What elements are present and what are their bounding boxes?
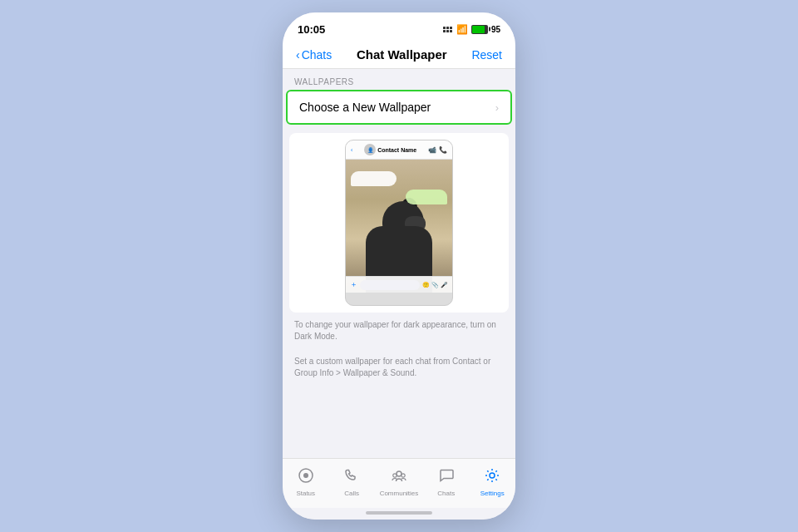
back-button[interactable]: ‹ Chats [296,48,332,62]
status-tab-label: Status [296,490,315,497]
preview-phone-icon: 📞 [439,146,447,154]
svg-point-3 [393,473,397,476]
svg-point-4 [401,473,405,476]
preview-contact: 👤 Contact Name [364,144,416,155]
tab-status[interactable]: Status [288,467,324,497]
preview-mic-icon: 🎤 [441,282,448,288]
communities-tab-icon [391,467,407,488]
tab-calls[interactable]: Calls [333,467,370,497]
svg-point-1 [303,473,308,478]
preview-action-icons: 📹 📞 [428,146,447,154]
wallpaper-preview: ‹ 👤 Contact Name 📹 📞 [289,133,509,313]
preview-attach-icon: 📎 [431,282,439,288]
settings-tab-icon [484,467,500,488]
tab-communities[interactable]: Communities [380,467,419,497]
preview-back-icon: ‹ [351,147,352,153]
tab-chats[interactable]: Chats [428,467,465,497]
preview-avatar: 👤 [364,144,376,155]
preview-mini-phone: ‹ 👤 Contact Name 📹 📞 [345,140,453,306]
preview-inputbar: ＋ 🙂 📎 🎤 [346,276,452,293]
calls-tab-icon [343,467,360,488]
battery-icon [471,25,488,34]
communities-tab-label: Communities [380,490,419,497]
tab-bar: Status Calls Communities [283,458,515,508]
preview-bubble-outgoing [406,190,447,204]
calls-tab-label: Calls [344,490,359,497]
signal-icon [443,27,452,32]
preview-topbar: ‹ 👤 Contact Name 📹 📞 [346,140,452,160]
chats-tab-icon [438,467,455,488]
chevron-left-icon: ‹ [296,48,300,62]
preview-contact-name: Contact Name [377,147,416,153]
wifi-icon: 📶 [456,24,468,35]
battery-percent: 95 [491,25,500,34]
status-icons: 📶 95 [443,24,500,35]
preview-bubble-incoming [351,171,397,186]
preview-bottom-icons: 🙂 📎 🎤 [422,282,448,288]
phone-frame: 10:05 📶 95 ‹ Chats Chat Wallpaper Reset … [283,12,515,520]
preview-add-icon: ＋ [350,279,357,290]
preview-message-input [360,280,420,290]
status-bar: 10:05 📶 95 [283,12,515,42]
svg-point-2 [397,471,401,476]
home-bar [366,511,432,515]
description-custom-wallpaper: Set a custom wallpaper for each chat fro… [283,349,515,386]
preview-video-icon: 📹 [428,146,436,154]
description-dark-mode: To change your wallpaper for dark appear… [283,313,515,349]
page-title: Chat Wallpaper [357,47,447,62]
chevron-right-icon: › [495,101,499,114]
wallpapers-section-label: WALLPAPERS [283,69,515,90]
home-indicator [283,508,515,520]
back-label: Chats [302,48,332,62]
tab-settings[interactable]: Settings [474,467,510,497]
reset-button[interactable]: Reset [471,48,502,62]
choose-wallpaper-label: Choose a New Wallpaper [299,101,431,114]
status-time: 10:05 [298,23,325,36]
settings-tab-label: Settings [480,490,505,497]
content-area: WALLPAPERS Choose a New Wallpaper › ‹ 👤 … [283,69,515,458]
preview-wallpaper-bg: ＋ 🙂 📎 🎤 [346,160,452,293]
choose-wallpaper-row[interactable]: Choose a New Wallpaper › [286,90,512,125]
svg-point-5 [490,473,495,478]
chats-tab-label: Chats [437,490,455,497]
preview-emoji-icon: 🙂 [422,282,430,288]
status-tab-icon [298,467,314,488]
nav-bar: ‹ Chats Chat Wallpaper Reset [283,42,515,69]
